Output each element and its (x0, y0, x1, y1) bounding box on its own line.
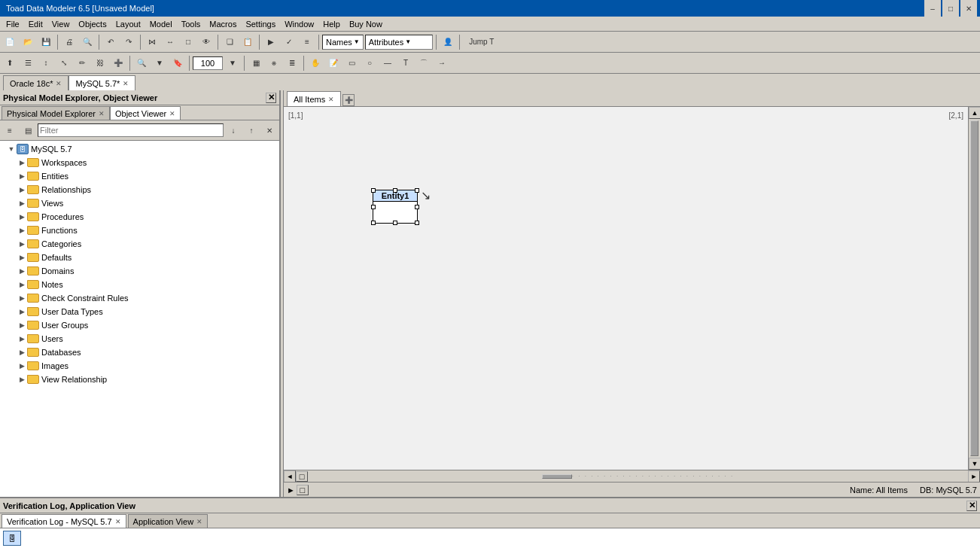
text-btn[interactable]: T (397, 55, 414, 72)
panel-tab-viewer[interactable]: Object Viewer ✕ (110, 106, 181, 120)
menu-edit[interactable]: Edit (24, 18, 47, 30)
tree-relationships[interactable]: ▶ Relationships (0, 183, 279, 196)
view-button[interactable]: 👁 (198, 34, 215, 50)
tree-functions-toggle[interactable]: ▶ (17, 225, 27, 236)
move-tool[interactable]: ↕ (38, 55, 54, 72)
scroll-down-btn[interactable]: ▼ (969, 458, 980, 470)
resize-tool[interactable]: ⤡ (56, 55, 72, 72)
tree-view-relationship[interactable]: ▶ View Relationship (0, 373, 279, 386)
scroll-h-track[interactable]: · · · · · · · · · · · · · · · · · · · · … (308, 473, 968, 480)
snap-btn[interactable]: ⎈ (266, 55, 282, 72)
panel-tab-explorer[interactable]: Physical Model Explorer ✕ (2, 106, 110, 120)
save-button[interactable]: 💾 (38, 34, 54, 50)
tree-categories[interactable]: ▶ Categories (0, 237, 279, 251)
canvas-tab-new[interactable]: ➕ (342, 94, 355, 106)
resize-handle-bl[interactable] (371, 221, 376, 225)
tree-domains-toggle[interactable]: ▶ (17, 266, 27, 276)
new-button[interactable]: 📄 (2, 34, 18, 50)
grid-btn[interactable]: ▦ (248, 55, 264, 72)
canvas-tab-close[interactable]: ✕ (328, 96, 334, 103)
arc-btn[interactable]: ⌒ (415, 55, 432, 72)
arrow-btn[interactable]: → (434, 55, 450, 72)
resize-handle-tl[interactable] (371, 188, 376, 193)
resize-handle-bc[interactable] (393, 221, 397, 225)
align-btn[interactable]: ≣ (284, 55, 300, 72)
tab-mysql[interactable]: MySQL 5.7* ✕ (68, 75, 135, 90)
tree-procedures-toggle[interactable]: ▶ (17, 212, 27, 222)
scrollbar-vertical[interactable]: ▲ ▼ (968, 107, 980, 470)
list-view-btn[interactable]: ▤ (20, 122, 36, 139)
tree-images[interactable]: ▶ Images (0, 359, 279, 373)
tree-users[interactable]: ▶ Users (0, 332, 279, 346)
entity-button[interactable]: □ (180, 34, 196, 50)
zoom-dropdown[interactable]: ▼ (224, 55, 241, 72)
resize-handle-mr[interactable] (415, 205, 419, 209)
draw-tool[interactable]: ✏ (74, 55, 90, 72)
clear-filter-btn[interactable]: ✕ (261, 122, 278, 139)
bottom-tab-verlog-close[interactable]: ✕ (115, 518, 121, 525)
menu-layout[interactable]: Layout (111, 18, 145, 30)
ellipse-btn[interactable]: ○ (361, 55, 378, 72)
search-tool[interactable]: 🔍 (133, 55, 150, 72)
tree-check-constraint[interactable]: ▶ Check Constraint Rules (0, 291, 279, 305)
tree-views[interactable]: ▶ Views (0, 196, 279, 210)
user-button[interactable]: 👤 (440, 34, 456, 50)
filter-tool[interactable]: ▼ (151, 55, 168, 72)
find-button[interactable]: 🔍 (79, 34, 96, 50)
attributes-dropdown[interactable]: Attributes ▼ (365, 35, 433, 50)
line-btn[interactable]: ― (379, 55, 396, 72)
scroll-left-btn[interactable]: ◄ (284, 470, 296, 483)
pan-btn[interactable]: ✋ (307, 55, 324, 72)
tree-users-toggle[interactable]: ▶ (17, 333, 27, 344)
sort-up-btn[interactable]: ↑ (243, 122, 260, 139)
canvas[interactable]: [1,1] [2,1] Entity1 (284, 107, 968, 470)
panel-tab-explorer-close[interactable]: ✕ (99, 110, 105, 117)
tree-views-toggle[interactable]: ▶ (17, 198, 27, 209)
tree-relationships-toggle[interactable]: ▶ (17, 184, 27, 195)
scroll-thumb-v[interactable] (970, 120, 978, 456)
scroll-page-btn[interactable]: □ (296, 471, 308, 482)
scroll-up-btn[interactable]: ▲ (969, 107, 980, 119)
scroll-right-btn[interactable]: ► (968, 470, 980, 483)
maximize-button[interactable]: □ (942, 0, 959, 17)
undo-button[interactable]: ↶ (102, 34, 119, 50)
jump-button[interactable]: Jump T (463, 34, 501, 50)
tree-user-data-types[interactable]: ▶ User Data Types (0, 305, 279, 318)
tree-categories-toggle[interactable]: ▶ (17, 239, 27, 249)
bottom-tab-appview-close[interactable]: ✕ (196, 518, 202, 525)
tree-defaults-toggle[interactable]: ▶ (17, 252, 27, 263)
tree-domains[interactable]: ▶ Domains (0, 264, 279, 278)
link-tool[interactable]: ⛓ (92, 55, 108, 72)
resize-handle-tr[interactable] (415, 188, 419, 193)
tree-defaults[interactable]: ▶ Defaults (0, 251, 279, 264)
resize-handle-ml[interactable] (371, 205, 376, 209)
tree-root[interactable]: ▼ 🗄 MySQL 5.7 (0, 142, 279, 156)
tree-images-toggle[interactable]: ▶ (17, 361, 27, 371)
format-button[interactable]: ≡ (299, 34, 315, 50)
tab-oracle[interactable]: Oracle 18c* ✕ (3, 75, 68, 90)
sort-down-btn[interactable]: ↓ (225, 122, 242, 139)
menu-macros[interactable]: Macros (205, 18, 241, 30)
menu-model[interactable]: Model (145, 18, 177, 30)
tab-oracle-close[interactable]: ✕ (56, 80, 62, 87)
paste-button[interactable]: 📋 (239, 34, 256, 50)
close-button[interactable]: ✕ (960, 0, 977, 17)
filter-input[interactable] (38, 123, 224, 137)
tab-mysql-close[interactable]: ✕ (123, 80, 129, 87)
tree-root-toggle[interactable]: ▼ (6, 144, 17, 154)
tree-ug-toggle[interactable]: ▶ (17, 320, 27, 330)
tree-workspaces[interactable]: ▶ Workspaces (0, 156, 279, 169)
pointer-tool[interactable]: ⬆ (2, 55, 18, 72)
relation-button[interactable]: ↔ (162, 34, 178, 50)
tree-databases-toggle[interactable]: ▶ (17, 347, 27, 358)
tree-user-groups[interactable]: ▶ User Groups (0, 318, 279, 332)
menu-settings[interactable]: Settings (241, 18, 280, 30)
copy-button[interactable]: ❏ (221, 34, 238, 50)
entity-box[interactable]: Entity1 (373, 190, 418, 224)
tree-check-toggle[interactable]: ▶ (17, 293, 27, 303)
open-button[interactable]: 📂 (20, 34, 36, 50)
menu-view[interactable]: View (47, 18, 75, 30)
tree-notes-toggle[interactable]: ▶ (17, 279, 27, 290)
menu-file[interactable]: File (2, 18, 24, 30)
panel-tab-viewer-close[interactable]: ✕ (169, 110, 175, 117)
